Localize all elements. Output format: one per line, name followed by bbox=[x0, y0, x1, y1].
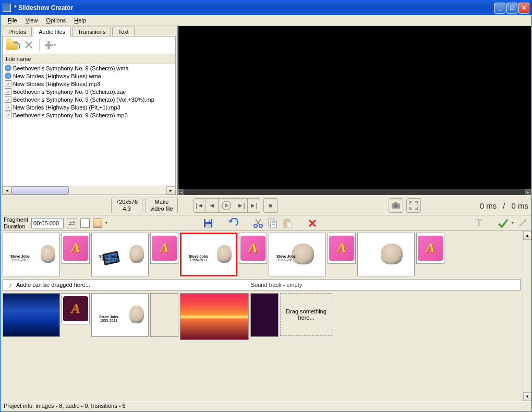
aspect-label: 4:3 bbox=[123, 205, 130, 212]
cut-button[interactable] bbox=[252, 217, 264, 229]
transition-6[interactable]: A bbox=[62, 293, 90, 324]
titlebar: * Slideshow Creator _ □ ✕ bbox=[1, 1, 531, 15]
resolution-button[interactable]: 720x576 4:3 bbox=[111, 198, 142, 213]
slide-7[interactable]: Steve Jobs1955-2011 bbox=[91, 293, 149, 337]
timeline-vscrollbar[interactable]: ▲ ▼ bbox=[523, 231, 531, 401]
transition-4[interactable]: A bbox=[328, 233, 356, 264]
scroll-up-button[interactable]: ▲ bbox=[523, 231, 531, 240]
preview-scrollbar[interactable]: ◄ ► bbox=[178, 189, 531, 195]
delete-button[interactable] bbox=[307, 217, 318, 229]
svg-rect-7 bbox=[209, 220, 210, 222]
add-audio-button[interactable]: ▾ bbox=[5, 38, 19, 53]
file-row[interactable]: Beethoven's Symphony No. 9 (Scherzo).wma bbox=[3, 64, 175, 72]
slides-row: Steve Jobs1955-2011 A Steve Jobs1955-201… bbox=[3, 233, 521, 276]
slide-2[interactable]: Steve Jobs1955-2011 bbox=[91, 233, 149, 276]
separator bbox=[39, 39, 40, 52]
tab-text[interactable]: Text bbox=[112, 27, 134, 37]
scroll-left-button[interactable]: ◄ bbox=[3, 186, 11, 195]
bg-color-swatch[interactable] bbox=[80, 219, 90, 228]
drag-target[interactable]: Drag something here... bbox=[280, 293, 332, 336]
add-button[interactable]: ✚▾ bbox=[43, 38, 57, 53]
menu-view[interactable]: View bbox=[21, 16, 42, 25]
text-tool-button[interactable]: T bbox=[473, 217, 485, 229]
swap-icon bbox=[68, 220, 76, 227]
file-row[interactable]: New Stories (Highway Blues).wma bbox=[3, 72, 175, 80]
prev-button[interactable]: ◄ bbox=[206, 198, 219, 213]
undo-button[interactable] bbox=[227, 217, 239, 229]
drag-hint-label: Drag something here... bbox=[281, 308, 332, 321]
timeline[interactable]: Steve Jobs1955-2011 A Steve Jobs1955-201… bbox=[1, 231, 523, 401]
plus-icon: ✚ bbox=[44, 39, 53, 52]
file-row[interactable]: ♪Beethoven's Symphony No. 9 (Scherzo).mp… bbox=[3, 111, 175, 119]
fragment-duration-label: FragmentDuration bbox=[4, 216, 28, 229]
minimize-button[interactable]: _ bbox=[494, 3, 505, 14]
save-button[interactable] bbox=[202, 217, 214, 229]
copy-button[interactable] bbox=[267, 217, 279, 229]
sound-track-empty-label: Sound track - empty bbox=[95, 282, 457, 288]
duration-lock-button[interactable] bbox=[67, 218, 77, 228]
preview-scroll-right[interactable]: ► bbox=[525, 189, 531, 195]
play-button[interactable] bbox=[219, 198, 235, 213]
slide-9[interactable] bbox=[180, 293, 249, 340]
effects-button[interactable] bbox=[517, 217, 528, 229]
fullscreen-button[interactable] bbox=[406, 198, 421, 213]
fragment-duration-input[interactable] bbox=[31, 218, 64, 228]
snapshot-button[interactable] bbox=[389, 198, 403, 213]
transition-5[interactable]: A bbox=[416, 233, 444, 264]
scroll-right-button[interactable]: ► bbox=[166, 186, 175, 195]
window-title: * Slideshow Creator bbox=[14, 4, 494, 11]
scroll-thumb[interactable] bbox=[11, 186, 69, 195]
menu-options[interactable]: Options bbox=[42, 16, 70, 25]
tab-photos[interactable]: Photos bbox=[3, 27, 32, 37]
slide-1[interactable]: Steve Jobs1955-2011 bbox=[3, 233, 60, 276]
go-start-button[interactable]: |◄ bbox=[194, 198, 206, 213]
slide-3-selected[interactable]: Steve Jobs1955-2011 bbox=[180, 233, 237, 276]
file-name: Beethoven's Symphony No. 9 (Scherzo).wma bbox=[13, 65, 129, 71]
app-icon bbox=[3, 4, 11, 12]
preview-scroll-left[interactable]: ◄ bbox=[178, 189, 184, 195]
slide-4[interactable]: Steve Jobs1955-2011 bbox=[269, 233, 326, 276]
file-list[interactable]: Beethoven's Symphony No. 9 (Scherzo).wma… bbox=[3, 64, 175, 186]
make-video-button[interactable]: Make video file bbox=[146, 198, 177, 213]
file-name: Beethoven's Symphony No. 9 (Scherzo) (Vo… bbox=[13, 96, 154, 103]
menu-help[interactable]: Help bbox=[70, 16, 90, 25]
tab-audio-files[interactable]: Audio files bbox=[33, 27, 71, 37]
apply-button[interactable] bbox=[497, 217, 509, 229]
remove-audio-button[interactable]: ✕ bbox=[21, 38, 36, 53]
stop-button[interactable]: ■ bbox=[263, 198, 278, 213]
tab-transitions[interactable]: Transitions bbox=[72, 27, 111, 37]
timeline-toolbar: FragmentDuration ▾ T bbox=[1, 215, 531, 231]
file-row[interactable]: ♪New Stories (Highway Blues) (Pit,+1).mp… bbox=[3, 103, 175, 111]
hscrollbar[interactable]: ◄ ► bbox=[3, 186, 175, 195]
file-list-header[interactable]: File name bbox=[3, 54, 175, 64]
music-note-icon: ♪ bbox=[8, 281, 12, 289]
source-tabs: Photos Audio files Transitions Text bbox=[1, 26, 177, 37]
menu-file[interactable]: File bbox=[4, 16, 21, 25]
transition-2[interactable]: A bbox=[150, 233, 178, 264]
next-button[interactable]: ►| bbox=[235, 198, 248, 213]
transition-3[interactable]: A bbox=[239, 233, 267, 264]
open-folder-icon bbox=[6, 41, 18, 50]
transition-1[interactable]: A bbox=[62, 233, 90, 264]
slide-5[interactable] bbox=[357, 233, 415, 276]
close-button[interactable]: ✕ bbox=[518, 3, 529, 14]
slide-6[interactable] bbox=[3, 293, 60, 337]
file-row[interactable]: ♪New Stories (Highway Blues).mp3 bbox=[3, 80, 175, 88]
audio-tab-page: ▾ ✕ ✚▾ File name Beethoven's Symphony No… bbox=[2, 36, 176, 195]
paste-icon bbox=[282, 218, 293, 228]
file-row[interactable]: ♪Beethoven's Symphony No. 9 (Scherzo) (V… bbox=[3, 95, 175, 103]
preview-viewport: ◄ ► bbox=[178, 26, 531, 195]
face-detect-button[interactable] bbox=[93, 219, 102, 228]
audio-file-icon bbox=[5, 72, 11, 79]
slide-8-blank[interactable] bbox=[150, 293, 178, 337]
camera-icon bbox=[391, 202, 401, 209]
go-end-button[interactable]: ►| bbox=[248, 198, 260, 213]
paste-button[interactable] bbox=[282, 217, 293, 229]
slide-10[interactable] bbox=[250, 293, 279, 337]
check-icon bbox=[497, 217, 509, 229]
svg-rect-2 bbox=[394, 202, 397, 204]
audio-track[interactable]: ♪ Audio can be dragged here... Sound tra… bbox=[3, 279, 521, 290]
scroll-down-button[interactable]: ▼ bbox=[523, 392, 531, 401]
file-row[interactable]: ♪Beethoven's Symphony No. 9 (Scherzo).aa… bbox=[3, 88, 175, 95]
maximize-button[interactable]: □ bbox=[506, 3, 517, 14]
